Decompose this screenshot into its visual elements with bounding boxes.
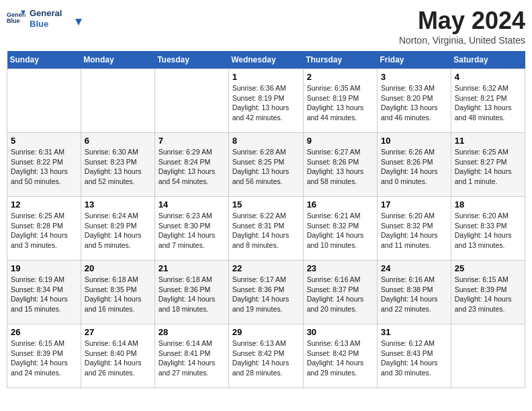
day-cell: 30Sunrise: 6:13 AMSunset: 8:42 PMDayligh… [303, 324, 377, 388]
day-info: Sunrise: 6:13 AMSunset: 8:42 PMDaylight:… [232, 338, 300, 378]
day-info: Sunrise: 6:24 AMSunset: 8:29 PMDaylight:… [85, 211, 151, 250]
day-info: Sunrise: 6:33 AMSunset: 8:20 PMDaylight:… [381, 83, 447, 123]
day-cell [7, 69, 81, 133]
logo-icon: General Blue [7, 8, 26, 27]
location: Norton, Virginia, United States [399, 35, 525, 46]
day-info: Sunrise: 6:14 AMSunset: 8:40 PMDaylight:… [85, 338, 151, 378]
day-cell [81, 69, 154, 133]
week-row-4: 19Sunrise: 6:19 AMSunset: 8:34 PMDayligh… [7, 261, 525, 324]
day-cell: 9Sunrise: 6:27 AMSunset: 8:26 PMDaylight… [303, 133, 377, 197]
week-row-5: 26Sunrise: 6:15 AMSunset: 8:39 PMDayligh… [7, 324, 525, 388]
header-saturday: Saturday [451, 51, 525, 69]
day-cell: 14Sunrise: 6:23 AMSunset: 8:30 PMDayligh… [154, 197, 228, 261]
day-cell: 15Sunrise: 6:22 AMSunset: 8:31 PMDayligh… [228, 197, 303, 261]
day-info: Sunrise: 6:27 AMSunset: 8:26 PMDaylight:… [307, 147, 373, 187]
day-cell: 1Sunrise: 6:36 AMSunset: 8:19 PMDaylight… [228, 69, 303, 133]
header-friday: Friday [377, 51, 451, 69]
day-cell: 7Sunrise: 6:29 AMSunset: 8:24 PMDaylight… [154, 133, 228, 197]
day-number: 8 [232, 136, 300, 146]
day-number: 6 [85, 136, 151, 146]
header-monday: Monday [81, 51, 154, 69]
day-cell: 29Sunrise: 6:13 AMSunset: 8:42 PMDayligh… [228, 324, 303, 388]
week-row-2: 5Sunrise: 6:31 AMSunset: 8:22 PMDaylight… [7, 133, 525, 197]
day-number: 15 [232, 199, 300, 210]
day-cell: 22Sunrise: 6:17 AMSunset: 8:36 PMDayligh… [228, 261, 303, 324]
logo-text-svg: General Blue [30, 7, 83, 31]
day-number: 5 [11, 136, 77, 146]
day-number: 9 [307, 136, 373, 146]
day-number: 23 [307, 263, 373, 273]
day-number: 30 [307, 327, 373, 337]
day-number: 1 [232, 72, 300, 82]
day-cell: 18Sunrise: 6:20 AMSunset: 8:33 PMDayligh… [451, 197, 525, 261]
day-number: 12 [11, 199, 77, 210]
day-info: Sunrise: 6:12 AMSunset: 8:43 PMDaylight:… [381, 338, 447, 378]
day-number: 19 [11, 263, 77, 273]
logo: General Blue General Blue [7, 7, 83, 31]
day-number: 29 [232, 327, 300, 337]
day-cell: 8Sunrise: 6:28 AMSunset: 8:25 PMDaylight… [228, 133, 303, 197]
day-cell: 16Sunrise: 6:21 AMSunset: 8:32 PMDayligh… [303, 197, 377, 261]
svg-text:Blue: Blue [7, 17, 20, 24]
day-cell: 24Sunrise: 6:16 AMSunset: 8:38 PMDayligh… [377, 261, 451, 324]
svg-text:General: General [30, 8, 62, 18]
day-info: Sunrise: 6:20 AMSunset: 8:32 PMDaylight:… [381, 211, 447, 250]
day-cell: 27Sunrise: 6:14 AMSunset: 8:40 PMDayligh… [81, 324, 154, 388]
day-info: Sunrise: 6:30 AMSunset: 8:23 PMDaylight:… [85, 147, 151, 187]
day-number: 26 [11, 327, 77, 337]
day-info: Sunrise: 6:25 AMSunset: 8:27 PMDaylight:… [455, 147, 521, 187]
day-cell: 5Sunrise: 6:31 AMSunset: 8:22 PMDaylight… [7, 133, 81, 197]
day-info: Sunrise: 6:15 AMSunset: 8:39 PMDaylight:… [11, 338, 77, 378]
day-number: 10 [381, 136, 447, 146]
day-number: 18 [455, 199, 521, 210]
day-info: Sunrise: 6:23 AMSunset: 8:30 PMDaylight:… [159, 211, 225, 250]
header-thursday: Thursday [303, 51, 377, 69]
day-info: Sunrise: 6:22 AMSunset: 8:31 PMDaylight:… [232, 211, 300, 250]
day-info: Sunrise: 6:35 AMSunset: 8:19 PMDaylight:… [307, 83, 373, 123]
day-number: 3 [381, 72, 447, 82]
day-number: 16 [307, 199, 373, 210]
day-cell: 28Sunrise: 6:14 AMSunset: 8:41 PMDayligh… [154, 324, 228, 388]
day-cell: 6Sunrise: 6:30 AMSunset: 8:23 PMDaylight… [81, 133, 154, 197]
week-row-1: 1Sunrise: 6:36 AMSunset: 8:19 PMDaylight… [7, 69, 525, 133]
day-cell: 12Sunrise: 6:25 AMSunset: 8:28 PMDayligh… [7, 197, 81, 261]
day-number: 22 [232, 263, 300, 273]
day-info: Sunrise: 6:21 AMSunset: 8:32 PMDaylight:… [307, 211, 373, 250]
day-number: 13 [85, 199, 151, 210]
day-info: Sunrise: 6:20 AMSunset: 8:33 PMDaylight:… [455, 211, 521, 250]
svg-text:Blue: Blue [30, 19, 48, 29]
day-cell: 10Sunrise: 6:26 AMSunset: 8:26 PMDayligh… [377, 133, 451, 197]
day-number: 14 [159, 199, 225, 210]
day-number: 27 [85, 327, 151, 337]
day-cell: 4Sunrise: 6:32 AMSunset: 8:21 PMDaylight… [451, 69, 525, 133]
header-wednesday: Wednesday [228, 51, 303, 69]
day-cell: 19Sunrise: 6:19 AMSunset: 8:34 PMDayligh… [7, 261, 81, 324]
day-info: Sunrise: 6:18 AMSunset: 8:35 PMDaylight:… [85, 275, 151, 314]
day-info: Sunrise: 6:16 AMSunset: 8:38 PMDaylight:… [381, 275, 447, 314]
header-row: SundayMondayTuesdayWednesdayThursdayFrid… [7, 51, 525, 69]
day-info: Sunrise: 6:15 AMSunset: 8:39 PMDaylight:… [455, 275, 521, 314]
day-cell: 23Sunrise: 6:16 AMSunset: 8:37 PMDayligh… [303, 261, 377, 324]
header-tuesday: Tuesday [154, 51, 228, 69]
day-info: Sunrise: 6:16 AMSunset: 8:37 PMDaylight:… [307, 275, 373, 314]
day-cell: 31Sunrise: 6:12 AMSunset: 8:43 PMDayligh… [377, 324, 451, 388]
day-cell: 2Sunrise: 6:35 AMSunset: 8:19 PMDaylight… [303, 69, 377, 133]
day-info: Sunrise: 6:31 AMSunset: 8:22 PMDaylight:… [11, 147, 77, 187]
day-number: 7 [159, 136, 225, 146]
week-row-3: 12Sunrise: 6:25 AMSunset: 8:28 PMDayligh… [7, 197, 525, 261]
day-cell: 17Sunrise: 6:20 AMSunset: 8:32 PMDayligh… [377, 197, 451, 261]
day-number: 20 [85, 263, 151, 273]
page-header: General Blue General Blue May 2024 Norto… [7, 7, 525, 46]
day-info: Sunrise: 6:36 AMSunset: 8:19 PMDaylight:… [232, 83, 300, 123]
day-cell: 3Sunrise: 6:33 AMSunset: 8:20 PMDaylight… [377, 69, 451, 133]
day-number: 17 [381, 199, 447, 210]
day-info: Sunrise: 6:29 AMSunset: 8:24 PMDaylight:… [159, 147, 225, 187]
day-info: Sunrise: 6:18 AMSunset: 8:36 PMDaylight:… [159, 275, 225, 314]
day-number: 21 [159, 263, 225, 273]
day-number: 28 [159, 327, 225, 337]
day-number: 11 [455, 136, 521, 146]
day-info: Sunrise: 6:28 AMSunset: 8:25 PMDaylight:… [232, 147, 300, 187]
day-info: Sunrise: 6:17 AMSunset: 8:36 PMDaylight:… [232, 275, 300, 314]
day-info: Sunrise: 6:13 AMSunset: 8:42 PMDaylight:… [307, 338, 373, 378]
title-block: May 2024 Norton, Virginia, United States [399, 7, 525, 46]
